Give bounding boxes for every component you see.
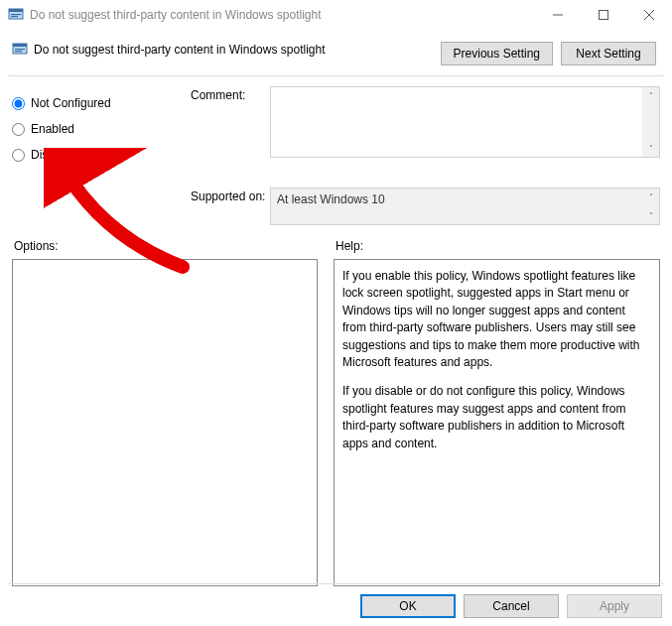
minimize-button[interactable] [535, 0, 581, 30]
comment-textarea[interactable]: ˄ ˅ [270, 86, 660, 158]
supported-on-label: Supported on: [191, 188, 270, 203]
state-radio-group: Not Configured Enabled Disabled [12, 86, 173, 225]
radio-enabled-label: Enabled [31, 122, 74, 136]
comment-label: Comment: [191, 86, 270, 102]
help-paragraph-1: If you enable this policy, Windows spotl… [342, 268, 651, 371]
radio-not-configured-input[interactable] [12, 97, 25, 110]
svg-rect-8 [15, 51, 22, 52]
comment-scrollbar[interactable]: ˄ ˅ [642, 87, 659, 157]
apply-button[interactable]: Apply [567, 594, 662, 618]
close-button[interactable] [626, 0, 672, 30]
supported-on-box: At least Windows 10 ˄ ˅ [270, 188, 660, 225]
help-label: Help: [334, 239, 660, 253]
cancel-button[interactable]: Cancel [464, 594, 559, 618]
dialog-footer: OK Cancel Apply [360, 594, 662, 618]
svg-rect-7 [15, 49, 25, 50]
help-paragraph-2: If you disable or do not configure this … [342, 383, 651, 452]
radio-not-configured-label: Not Configured [31, 96, 111, 110]
footer-divider [8, 583, 664, 584]
svg-rect-4 [600, 11, 608, 20]
help-box[interactable]: If you enable this policy, Windows spotl… [334, 259, 660, 586]
ok-button[interactable]: OK [360, 594, 456, 618]
policy-header: Do not suggest third-party content in Wi… [8, 30, 664, 71]
options-box [12, 259, 318, 586]
scroll-down-icon[interactable]: ˅ [642, 140, 659, 157]
radio-disabled-input[interactable] [12, 149, 25, 162]
svg-rect-6 [13, 44, 27, 47]
scroll-down-icon[interactable]: ˅ [642, 207, 659, 224]
radio-enabled[interactable]: Enabled [12, 116, 173, 142]
policy-title: Do not suggest third-party content in Wi… [34, 43, 325, 57]
svg-rect-2 [11, 14, 21, 15]
window-title: Do not suggest third-party content in Wi… [30, 8, 535, 22]
supported-on-value: At least Windows 10 [277, 192, 385, 206]
next-setting-button[interactable]: Next Setting [561, 42, 656, 65]
radio-enabled-input[interactable] [12, 123, 25, 136]
radio-disabled[interactable]: Disabled [12, 142, 173, 168]
radio-disabled-label: Disabled [31, 148, 77, 162]
policy-icon [12, 42, 28, 58]
previous-setting-button[interactable]: Previous Setting [441, 42, 553, 65]
app-icon [8, 7, 24, 23]
svg-rect-1 [9, 9, 23, 12]
radio-not-configured[interactable]: Not Configured [12, 90, 173, 116]
svg-rect-3 [11, 16, 18, 17]
scroll-up-icon[interactable]: ˄ [642, 188, 659, 205]
maximize-button[interactable] [581, 0, 626, 30]
options-label: Options: [12, 239, 318, 253]
titlebar: Do not suggest third-party content in Wi… [0, 0, 672, 30]
scroll-up-icon[interactable]: ˄ [642, 87, 659, 104]
divider [8, 75, 664, 76]
supported-scrollbar[interactable]: ˄ ˅ [642, 188, 659, 224]
